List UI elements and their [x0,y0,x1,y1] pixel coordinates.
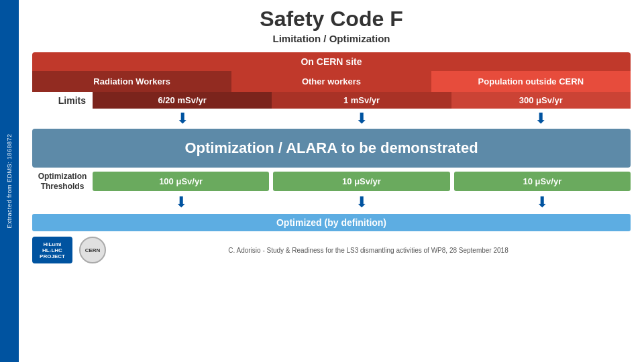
category-other: Other workers [231,71,431,92]
arrow-down-2: ⬇ [272,111,451,126]
on-cern-site-bar: On CERN site [32,52,631,71]
limits-values: 6/20 mSv/yr 1 mSv/yr 300 μSv/yr [93,92,631,109]
sidebar: Extracted from EDMS: 1868872 [0,0,19,362]
categories-row: Radiation Workers Other workers Populati… [32,71,631,92]
opt-thresholds-row: OptimizationThresholds 100 μSv/yr 10 μSv… [32,172,631,191]
arrow-down-5: ⬇ [273,194,449,211]
optimization-banner: Optimization / ALARA to be demonstrated [32,129,631,168]
category-radiation: Radiation Workers [32,71,231,92]
limit-other: 1 mSv/yr [272,92,451,109]
limit-population: 300 μSv/yr [451,92,631,109]
optimized-bar: Optimized (by definition) [32,214,631,231]
arrow-down-1: ⬇ [93,111,272,126]
down-arrows-row: ⬇ ⬇ ⬇ [32,111,631,126]
main-content: Safety Code F Limitation / Optimization … [19,0,644,362]
optimization-banner-text: Optimization / ALARA to be demonstrated [184,139,478,156]
cern-logo: CERN [79,237,106,263]
arrow-down-4: ⬇ [93,194,269,211]
subtitle-plain: Limitation [272,33,321,44]
category-population-label: Population outside CERN [478,76,584,86]
opt-value-3: 10 μSv/yr [454,172,631,191]
page-title: Safety Code F [32,7,631,32]
arrow-spacer [32,111,93,126]
footer-row: HiLumiHL-LHCPROJECT CERN C. Adorisio - S… [32,237,631,263]
subtitle-bold: / Optimization [323,33,390,44]
hilumi-logo: HiLumiHL-LHCPROJECT [32,237,72,263]
opt-value-1: 100 μSv/yr [93,172,269,191]
limits-row: Limits 6/20 mSv/yr 1 mSv/yr 300 μSv/yr [32,92,631,109]
arrows2-cells: ⬇ ⬇ ⬇ [93,194,631,211]
opt-label-text: OptimizationThresholds [38,172,87,190]
opt-value-2: 10 μSv/yr [273,172,449,191]
category-radiation-label: Radiation Workers [93,76,170,86]
arrow-down-3: ⬇ [451,111,631,126]
opt-values: 100 μSv/yr 10 μSv/yr 10 μSv/yr [93,172,631,191]
page-subtitle: Limitation / Optimization [32,33,631,44]
arrows-cells: ⬇ ⬇ ⬇ [93,111,631,126]
limits-label: Limits [32,95,93,106]
down-arrows-row-2: ⬇ ⬇ ⬇ [32,194,631,211]
logos: HiLumiHL-LHCPROJECT CERN [32,237,106,263]
optimized-bar-text: Optimized (by definition) [276,217,386,228]
limit-radiation: 6/20 mSv/yr [93,92,272,109]
category-other-label: Other workers [302,76,361,86]
on-cern-site-label: On CERN site [301,56,362,67]
category-population: Population outside CERN [431,71,631,92]
arrow-spacer-2 [32,194,93,211]
sidebar-text: Extracted from EDMS: 1868872 [6,133,13,228]
footer-text: C. Adorisio - Study & Readiness for the … [106,247,631,254]
opt-label: OptimizationThresholds [32,172,93,191]
arrow-down-6: ⬇ [454,194,631,211]
